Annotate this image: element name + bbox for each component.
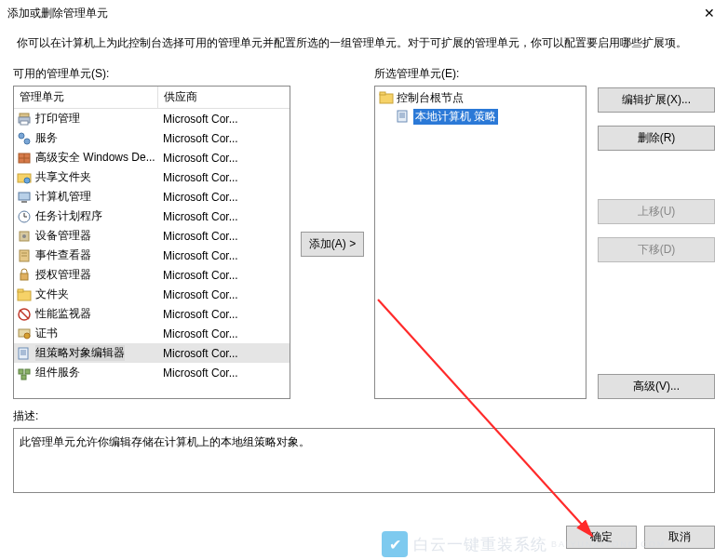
device-icon [17,229,32,244]
tree-root[interactable]: 控制台根节点 [377,88,584,107]
list-item-name: 事件查看器 [35,247,91,263]
auth-icon [17,268,32,283]
list-item-vendor: Microsoft Cor... [161,269,287,282]
remove-button[interactable]: 删除(R) [598,126,715,151]
close-button[interactable]: ✕ [691,0,728,26]
svg-line-24 [20,310,29,319]
svg-rect-20 [20,273,28,280]
list-item[interactable]: 设备管理器Microsoft Cor... [14,226,290,246]
list-item-vendor: Microsoft Cor... [161,132,287,145]
list-item-vendor: Microsoft Cor... [161,308,287,321]
list-item-name: 高级安全 Windows De... [35,150,155,166]
available-column: 可用的管理单元(S): 管理单元 供应商 打印管理Microsoft Cor..… [13,66,290,399]
perf-icon [17,307,32,322]
move-down-button: 下移(D) [598,237,715,262]
shared-folder-icon [17,170,32,185]
column-header-name[interactable]: 管理单元 [14,87,158,108]
list-item-vendor: Microsoft Cor... [161,288,287,301]
button-column: 编辑扩展(X)... 删除(R) 上移(U) 下移(D) 高级(V)... [598,66,715,399]
list-item[interactable]: 高级安全 Windows De...Microsoft Cor... [14,148,290,167]
svg-rect-27 [19,348,28,359]
cancel-button[interactable]: 取消 [644,526,715,549]
selected-treebox[interactable]: 控制台根节点 本地计算机 策略 [374,86,586,399]
svg-point-4 [24,139,30,144]
instruction-text: 你可以在计算机上为此控制台选择可用的管理单元并配置所选的一组管理单元。对于可扩展… [0,26,728,66]
description-section: 描述: 此管理单元允许你编辑存储在计算机上的本地组策略对象。 [0,399,728,493]
svg-point-26 [24,333,30,339]
list-item-name: 证书 [35,326,58,341]
description-label: 描述: [13,408,715,424]
ok-button[interactable]: 确定 [566,526,637,549]
svg-rect-31 [19,369,23,374]
list-item[interactable]: 事件查看器Microsoft Cor... [14,246,290,265]
list-item[interactable]: 性能监视器Microsoft Cor... [14,304,290,324]
list-item[interactable]: 计算机管理Microsoft Cor... [14,187,290,207]
main-panel: 可用的管理单元(S): 管理单元 供应商 打印管理Microsoft Cor..… [0,66,728,399]
right-column: 所选管理单元(E): 控制台根节点 本地计算机 策略 编辑扩展(X)... 删除… [374,66,715,399]
tree-column: 所选管理单元(E): 控制台根节点 本地计算机 策略 [374,66,586,399]
gpedit-icon [17,346,32,361]
add-button[interactable]: 添加(A) > [301,232,364,257]
list-item-vendor: Microsoft Cor... [161,327,287,340]
list-item[interactable]: 组件服务Microsoft Cor... [14,363,290,382]
selected-label: 所选管理单元(E): [374,66,586,82]
list-item-name: 任务计划程序 [35,208,102,224]
list-item[interactable]: 服务Microsoft Cor... [14,128,290,148]
list-item[interactable]: 任务计划程序Microsoft Cor... [14,207,290,226]
printer-icon [17,112,32,127]
gpedit-icon [396,109,411,124]
list-item-name: 共享文件夹 [35,169,91,185]
svg-rect-11 [21,201,27,203]
list-item-vendor: Microsoft Cor... [161,210,287,223]
list-item-vendor: Microsoft Cor... [161,171,287,184]
firewall-icon [17,151,32,166]
list-item-name: 计算机管理 [35,189,91,205]
watermark-text: 白云一键重装系统 [413,534,547,555]
svg-rect-2 [20,121,28,125]
svg-rect-10 [19,193,30,200]
available-label: 可用的管理单元(S): [13,66,290,82]
description-text: 此管理单元允许你编辑存储在计算机上的本地组策略对象。 [20,435,310,448]
gear-grid-icon [17,131,32,146]
column-header-vendor[interactable]: 供应商 [158,87,290,108]
list-header: 管理单元 供应商 [14,87,290,109]
folder-icon [379,90,394,105]
list-item-vendor: Microsoft Cor... [161,152,287,165]
list-item[interactable]: 文件夹Microsoft Cor... [14,285,290,304]
close-icon: ✕ [704,6,715,20]
list-item-name: 性能监视器 [35,306,91,322]
advanced-button[interactable]: 高级(V)... [598,374,715,399]
list-item[interactable]: 共享文件夹Microsoft Cor... [14,167,290,187]
list-item[interactable]: 证书Microsoft Cor... [14,324,290,343]
list-item[interactable]: 打印管理Microsoft Cor... [14,109,290,128]
available-listbox[interactable]: 管理单元 供应商 打印管理Microsoft Cor...服务Microsoft… [13,86,290,399]
list-item[interactable]: 授权管理器Microsoft Cor... [14,265,290,285]
svg-point-9 [24,178,30,183]
tree-child-label: 本地计算机 策略 [413,109,498,125]
list-item-name: 授权管理器 [35,267,91,283]
dialog-buttons: 确定 取消 [566,526,715,549]
folder-icon [17,287,32,302]
svg-rect-22 [18,289,23,292]
svg-rect-33 [21,375,26,380]
scheduler-icon [17,209,32,224]
computer-icon [17,190,32,205]
list-item-vendor: Microsoft Cor... [161,347,287,360]
list-item-name: 打印管理 [35,111,80,127]
event-icon [17,248,32,263]
svg-point-16 [22,234,26,238]
list-item-name: 设备管理器 [35,228,91,244]
tree-root-label: 控制台根节点 [397,90,464,106]
svg-rect-0 [20,113,29,117]
list-item-vendor: Microsoft Cor... [161,230,287,243]
tree-child[interactable]: 本地计算机 策略 [377,107,584,126]
list-item-vendor: Microsoft Cor... [161,191,287,204]
list-item[interactable]: 组策略对象编辑器Microsoft Cor... [14,343,290,363]
svg-rect-32 [25,369,30,374]
window-title: 添加或删除管理单元 [7,6,108,21]
move-up-button: 上移(U) [598,199,715,224]
list-item-vendor: Microsoft Cor... [161,367,287,380]
list-item-name: 文件夹 [35,287,69,302]
edit-extensions-button[interactable]: 编辑扩展(X)... [598,87,715,113]
cert-icon [17,327,32,341]
